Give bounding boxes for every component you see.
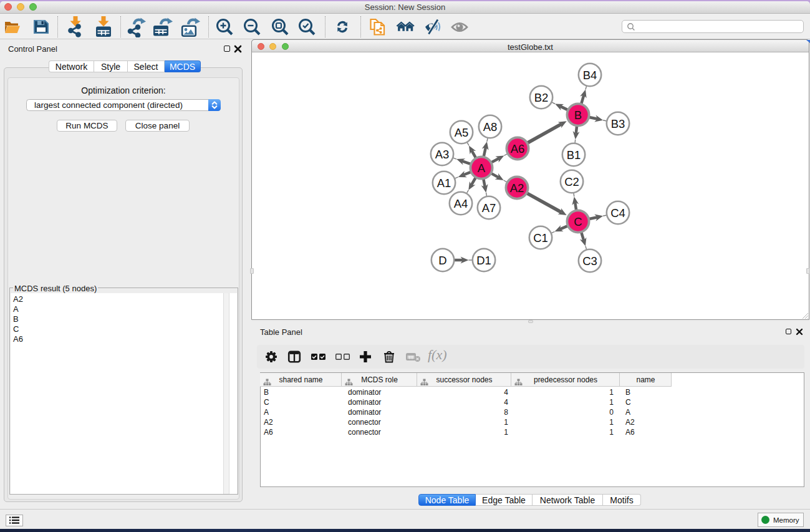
svg-text:C2: C2 xyxy=(564,175,579,188)
svg-text:A: A xyxy=(478,162,486,175)
svg-text:A3: A3 xyxy=(435,148,450,161)
svg-text:A7: A7 xyxy=(482,201,496,215)
svg-text:C1: C1 xyxy=(533,231,548,244)
svg-text:B4: B4 xyxy=(583,69,597,82)
svg-text:A4: A4 xyxy=(454,197,468,210)
svg-text:A6: A6 xyxy=(511,142,525,155)
svg-text:C: C xyxy=(574,215,582,228)
svg-text:A1: A1 xyxy=(437,177,451,190)
svg-text:C4: C4 xyxy=(610,206,625,220)
svg-text:B1: B1 xyxy=(567,148,581,162)
svg-text:B2: B2 xyxy=(534,91,549,104)
svg-text:C3: C3 xyxy=(582,254,597,268)
svg-text:D: D xyxy=(438,254,446,267)
svg-text:A5: A5 xyxy=(455,126,469,139)
svg-text:A8: A8 xyxy=(483,120,498,133)
svg-text:D1: D1 xyxy=(476,254,491,267)
svg-text:B: B xyxy=(574,109,582,122)
svg-text:B3: B3 xyxy=(611,117,625,130)
svg-text:A2: A2 xyxy=(510,181,524,195)
